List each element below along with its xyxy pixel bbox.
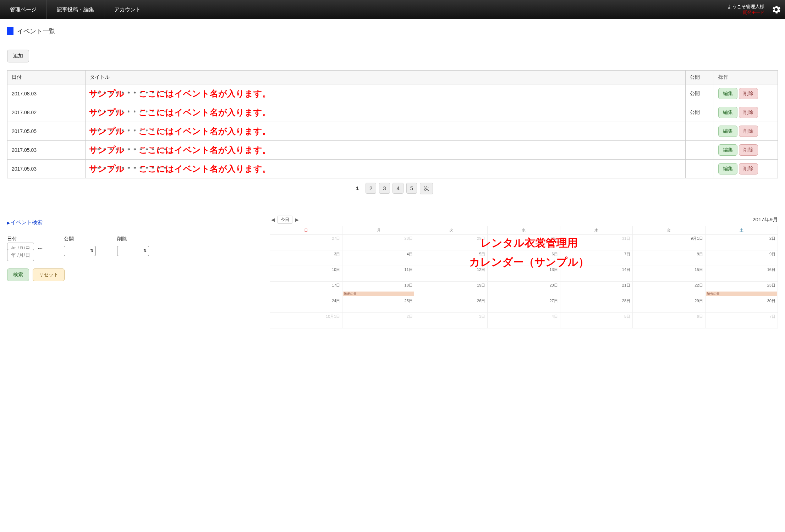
cal-today-button[interactable]: 今日 [278,216,292,224]
cal-day[interactable]: 10日 [270,266,342,282]
public-select[interactable] [64,246,96,256]
cal-day[interactable]: 5日 [415,250,487,266]
cal-dow: 日 [270,226,342,235]
cal-day[interactable]: 2日 [705,235,778,250]
delete-label: 削除 [117,236,149,242]
cal-day[interactable]: 8日 [633,250,705,266]
delete-button[interactable]: 削除 [739,163,758,174]
cell-date: 2017.05.03 [7,160,86,178]
cal-day[interactable]: 19日 [415,282,487,297]
cell-public [686,141,714,160]
calendar-panel: ◀ 今日 ▶ 2017年9月 日月火水木金土 27日28日29日30日31日9月… [270,212,778,328]
th-title: タイトル [86,71,686,84]
cal-day[interactable]: 22日 [633,282,705,297]
cal-day[interactable]: 24日 [270,297,342,313]
page-link[interactable]: 5 [406,183,417,194]
cal-day[interactable]: 29日 [415,235,487,250]
cell-date: 2017.08.03 [7,84,86,103]
cal-day[interactable]: 3日 [270,250,342,266]
cal-day[interactable]: 10月1日 [270,313,342,328]
cal-day[interactable]: 20日 [488,282,560,297]
cal-dow: 火 [415,226,487,235]
nav-posts[interactable]: 記事投稿・編集 [47,0,104,19]
reset-button[interactable]: リセット [33,268,65,281]
edit-button[interactable]: 編集 [718,107,737,118]
pagination: 1 2 3 4 5 次 [7,183,778,194]
cal-day[interactable]: 5日 [560,313,632,328]
cal-day[interactable]: 17日 [270,282,342,297]
search-button[interactable]: 検索 [7,268,29,281]
cal-day[interactable]: 30日 [488,235,560,250]
cal-day[interactable]: 9日 [705,250,778,266]
nav-account[interactable]: アカウント [104,0,151,19]
cal-day[interactable]: 3日 [415,313,487,328]
delete-button[interactable]: 削除 [739,144,758,156]
cell-date: 2017.05.03 [7,141,86,160]
cell-title: ＊＊＊＊＊＊＊＊＊＊＊＊＊サンプル ここにはイベント名が入ります。 [86,141,686,160]
cal-day[interactable]: 6日 [633,313,705,328]
gear-icon[interactable] [771,4,781,15]
edit-button[interactable]: 編集 [718,144,737,156]
cal-day[interactable]: 30日 [705,297,778,313]
cal-day[interactable]: 23日秋分の日 [705,282,778,297]
cal-day[interactable]: 11日 [342,266,415,282]
date-to-input[interactable]: 年 /月/日 [7,249,34,261]
cal-day[interactable]: 9月1日 [633,235,705,250]
cal-day[interactable]: 31日 [560,235,632,250]
events-table: 日付 タイトル 公開 操作 2017.08.03＊＊＊＊＊＊＊＊＊＊＊＊＊サンプ… [7,70,778,178]
cal-day[interactable]: 18日敬老の日 [342,282,415,297]
delete-button[interactable]: 削除 [739,88,758,99]
cal-day[interactable]: 16日 [705,266,778,282]
sample-watermark: サンプル ここにはイベント名が入ります。 [89,126,271,137]
title-marker-icon [7,27,13,35]
calendar-grid: 日月火水木金土 27日28日29日30日31日9月1日2日3日4日5日6日7日8… [270,226,778,328]
cell-title: ＊＊＊＊＊＊＊＊＊＊＊＊＊サンプル ここにはイベント名が入ります。 [86,160,686,178]
cal-month-title: 2017年9月 [752,216,778,223]
delete-select[interactable] [117,246,149,256]
cal-day[interactable]: 4日 [342,250,415,266]
cal-day[interactable]: 4日 [488,313,560,328]
cal-day[interactable]: 27日 [488,297,560,313]
cal-day[interactable]: 21日 [560,282,632,297]
edit-button[interactable]: 編集 [718,163,737,174]
cal-day[interactable]: 27日 [270,235,342,250]
cell-public: 公開 [686,103,714,122]
cal-day[interactable]: 15日 [633,266,705,282]
cal-day[interactable]: 28日 [560,297,632,313]
cell-date: 2017.05.05 [7,122,86,141]
page-link[interactable]: 3 [379,183,390,194]
cal-day[interactable]: 7日 [705,313,778,328]
edit-button[interactable]: 編集 [718,126,737,137]
holiday-label: 秋分の日 [706,292,777,296]
cal-day[interactable]: 28日 [342,235,415,250]
date-label: 日付 [7,236,43,242]
cal-day[interactable]: 7日 [560,250,632,266]
page-next[interactable]: 次 [420,183,433,194]
table-row: 2017.08.03＊＊＊＊＊＊＊＊＊＊＊＊＊サンプル ここにはイベント名が入り… [7,84,778,103]
cal-next-icon[interactable]: ▶ [294,217,300,222]
page-link[interactable]: 4 [392,183,403,194]
cell-title: ＊＊＊＊＊＊＊＊＊＊＊＊＊サンプル ここにはイベント名が入ります。 [86,122,686,141]
cell-public [686,122,714,141]
cal-prev-icon[interactable]: ◀ [270,217,276,222]
cell-ops: 編集削除 [714,160,778,178]
nav-admin[interactable]: 管理ページ [0,0,47,19]
cell-title: ＊＊＊＊＊＊＊＊＊＊＊＊＊サンプル ここにはイベント名が入ります。 [86,84,686,103]
cal-day[interactable]: 26日 [415,297,487,313]
delete-button[interactable]: 削除 [739,126,758,137]
search-panel: イベント検索 日付 年 /月/日 〜 年 /月/日 公開 [7,212,256,328]
cal-day[interactable]: 6日 [488,250,560,266]
sample-watermark: サンプル ここにはイベント名が入ります。 [89,107,271,118]
cal-day[interactable]: 25日 [342,297,415,313]
cal-day[interactable]: 13日 [488,266,560,282]
page-link[interactable]: 2 [366,183,376,194]
cal-day[interactable]: 29日 [633,297,705,313]
cal-day[interactable]: 14日 [560,266,632,282]
edit-button[interactable]: 編集 [718,88,737,99]
cal-dow: 木 [560,226,632,235]
cal-day[interactable]: 2日 [342,313,415,328]
add-button[interactable]: 追加 [7,50,29,62]
delete-button[interactable]: 削除 [739,107,758,118]
date-range-separator: 〜 [38,246,43,252]
cal-day[interactable]: 12日 [415,266,487,282]
